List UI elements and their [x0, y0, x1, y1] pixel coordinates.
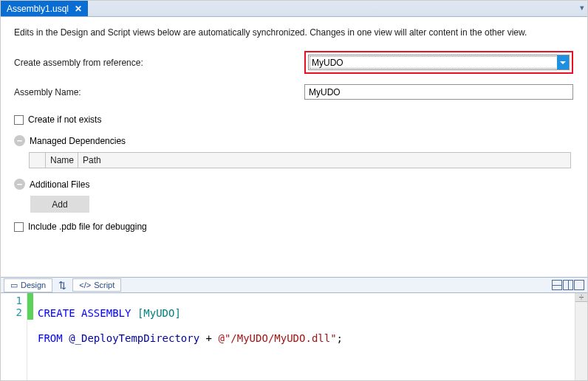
split-vertical-icon[interactable] — [563, 280, 573, 290]
splitter-icon[interactable]: ÷ — [575, 293, 587, 302]
tab-overflow-icon[interactable]: ▾ — [580, 3, 584, 13]
reference-highlight: MyUDO — [304, 51, 573, 74]
code-token: + — [199, 332, 218, 344]
deps-table: Name Path — [29, 152, 574, 168]
view-mode-icons — [552, 280, 584, 290]
swap-panes-icon[interactable]: ⇅ — [55, 280, 69, 291]
code-token: [MyUDO] — [131, 307, 180, 319]
managed-deps-label: Managed Dependencies — [30, 136, 126, 146]
create-if-not-exists-checkbox[interactable] — [14, 115, 24, 125]
line-number-gutter: 1 2 — [1, 293, 27, 380]
document-tab[interactable]: Assembly1.usql ✕ — [1, 1, 88, 16]
assembly-name-label: Assembly Name: — [14, 87, 304, 97]
tab-design-label: Design — [21, 281, 46, 289]
full-view-icon[interactable] — [574, 280, 584, 290]
change-marker-column — [27, 293, 33, 380]
design-view: Edits in the Design and Script views bel… — [1, 17, 587, 277]
reference-dropdown[interactable]: MyUDO — [308, 55, 570, 70]
chevron-down-icon[interactable] — [557, 55, 569, 69]
include-pdb-label: Include .pdb file for debugging — [28, 222, 147, 232]
additional-files-header: − Additional Files — [14, 179, 574, 190]
script-view: 1 2 CREATE ASSEMBLY [MyUDO] FROM @_Deplo… — [1, 293, 587, 380]
reference-value: MyUDO — [312, 58, 343, 68]
document-tab-title: Assembly1.usql — [7, 4, 69, 14]
code-editor[interactable]: CREATE ASSEMBLY [MyUDO] FROM @_DeployTem… — [33, 293, 575, 380]
deps-col-path: Path — [78, 153, 570, 168]
collapse-icon[interactable]: − — [14, 135, 25, 146]
tab-script[interactable]: </> Script — [72, 278, 121, 292]
assembly-name-input[interactable] — [304, 84, 573, 100]
tab-script-label: Script — [94, 281, 114, 289]
deps-col-empty — [30, 153, 46, 168]
managed-deps-header: − Managed Dependencies — [14, 135, 574, 146]
code-token: CREATE — [38, 307, 75, 319]
reference-label: Create assembly from reference: — [14, 58, 304, 68]
reference-row: Create assembly from reference: MyUDO — [14, 51, 574, 74]
close-icon[interactable]: ✕ — [75, 4, 82, 14]
change-marker — [27, 293, 33, 306]
collapse-icon[interactable]: − — [14, 179, 25, 190]
code-token: @"/MyUDO/MyUDO.dll" — [218, 332, 336, 344]
create-if-not-exists-row: Create if not exists — [14, 114, 574, 125]
tab-design[interactable]: ▭ Design — [4, 278, 52, 292]
code-token: @_DeployTempDirectory — [63, 332, 199, 344]
create-if-not-exists-label: Create if not exists — [28, 114, 101, 125]
include-pdb-checkbox[interactable] — [14, 222, 24, 232]
vertical-scrollbar[interactable]: ÷ — [575, 293, 587, 380]
sync-info-text: Edits in the Design and Script views bel… — [14, 27, 574, 38]
line-number: 1 — [1, 295, 22, 306]
change-marker — [27, 306, 33, 320]
split-horizontal-icon[interactable] — [552, 280, 562, 290]
code-token: ; — [337, 332, 343, 344]
line-number: 2 — [1, 306, 22, 318]
deps-table-header: Name Path — [29, 152, 571, 168]
bottom-tab-bar: ▭ Design ⇅ </> Script — [1, 277, 587, 293]
add-button[interactable]: Add — [30, 196, 89, 213]
deps-col-name: Name — [46, 153, 78, 168]
document-tab-bar: Assembly1.usql ✕ ▾ — [1, 1, 587, 17]
code-token: ASSEMBLY — [81, 307, 131, 319]
script-icon: </> — [79, 281, 91, 289]
include-pdb-row: Include .pdb file for debugging — [14, 222, 574, 232]
code-token: FROM — [38, 332, 63, 344]
design-icon: ▭ — [10, 281, 18, 290]
assembly-name-row: Assembly Name: — [14, 84, 574, 100]
additional-files-label: Additional Files — [30, 179, 89, 190]
